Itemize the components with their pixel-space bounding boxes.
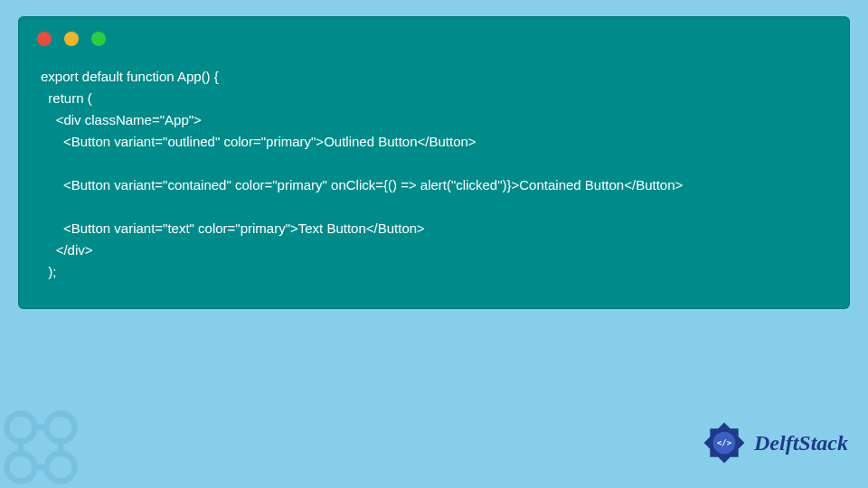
svg-point-1 <box>47 414 75 442</box>
maximize-dot <box>91 32 106 46</box>
brand-name: DelftStack <box>754 431 848 455</box>
code-line: return ( <box>41 90 92 106</box>
svg-text:</>: </> <box>717 438 731 447</box>
brand: </> DelftStack <box>699 418 848 468</box>
code-line: export default function App() { <box>41 69 219 84</box>
code-window: export default function App() { return (… <box>18 16 850 309</box>
svg-point-0 <box>7 414 35 442</box>
background-watermark-icon <box>0 398 90 488</box>
code-line: ); <box>41 264 57 279</box>
window-controls <box>19 17 849 55</box>
close-dot <box>37 32 52 46</box>
code-line: <Button variant="contained" color="prima… <box>41 177 683 192</box>
code-line: </div> <box>41 242 93 258</box>
code-block: export default function App() { return (… <box>19 55 849 283</box>
brand-logo-icon: </> <box>699 418 750 468</box>
code-line: <div className="App"> <box>41 112 202 127</box>
svg-point-2 <box>7 454 35 482</box>
minimize-dot <box>64 32 79 46</box>
code-line: <Button variant="outlined" color="primar… <box>41 134 476 149</box>
svg-point-3 <box>47 454 75 482</box>
code-line: <Button variant="text" color="primary">T… <box>41 221 425 236</box>
